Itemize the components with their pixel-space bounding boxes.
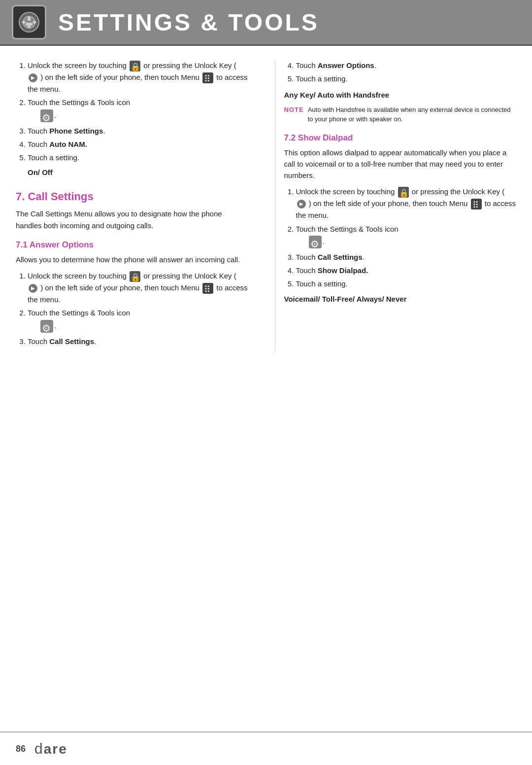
s71-step-3: Touch Call Settings. — [28, 336, 248, 347]
s72-step-4: Touch Show Dialpad. — [296, 265, 517, 276]
settings-icon — [40, 109, 53, 122]
right-column: Touch Answer Options. Touch a setting. A… — [275, 60, 517, 352]
section-72-steps: Unlock the screen by touching or pressin… — [284, 186, 517, 289]
intro-steps: Unlock the screen by touching or pressin… — [16, 60, 248, 163]
r-step-5: Touch a setting. — [296, 73, 517, 84]
note-text: Auto with Handsfree is available when an… — [308, 105, 516, 124]
right-intro-steps: Touch Answer Options. Touch a setting. — [284, 60, 517, 85]
step-5: Touch a setting. — [28, 152, 248, 163]
menu-icon-2 — [202, 283, 213, 294]
s72-step-2: Touch the Settings & Tools icon . — [296, 223, 517, 249]
r-step-4: Touch Answer Options. — [296, 60, 517, 71]
unlock-icon — [130, 61, 140, 71]
section-71-steps: Unlock the screen by touching or pressin… — [16, 270, 248, 347]
s72-step-5: Touch a setting. — [296, 278, 517, 289]
section-72-heading: 7.2 Show Dialpad — [284, 133, 517, 143]
section-7-desc: The Call Settings Menu allows you to des… — [16, 208, 248, 231]
step-3: Touch Phone Settings. — [28, 125, 248, 137]
settings-icon-2 — [40, 320, 53, 333]
step-4: Touch Auto NAM. — [28, 139, 248, 150]
brand-logo: Dare — [34, 740, 67, 757]
svg-rect-6 — [28, 24, 31, 28]
any-key-label: Any Key/ Auto with Handsfree — [284, 91, 517, 99]
settings-icon-3 — [309, 236, 322, 248]
note-block: NOTE Auto with Handsfree is available wh… — [284, 105, 517, 124]
header-icon — [12, 5, 46, 39]
page-title: SETTINGS & TOOLS — [58, 9, 319, 36]
menu-icon — [202, 72, 213, 83]
page-number: 86 — [16, 744, 26, 754]
menu-icon-3 — [471, 199, 482, 209]
on-off-label: On/ Off — [16, 168, 248, 176]
page-header: SETTINGS & TOOLS — [0, 0, 532, 46]
section-7-heading: 7. Call Settings — [16, 190, 248, 203]
s71-step-2: Touch the Settings & Tools icon . — [28, 307, 248, 333]
s72-step-3: Touch Call Settings. — [296, 251, 517, 263]
section-71-heading: 7.1 Answer Options — [16, 240, 248, 250]
key-icon: ▶ — [29, 73, 37, 82]
main-content: Unlock the screen by touching or pressin… — [0, 46, 532, 391]
svg-rect-2 — [28, 17, 31, 21]
left-column: Unlock the screen by touching or pressin… — [16, 60, 257, 352]
unlock-icon-3 — [398, 187, 409, 198]
page-footer: 86 Dare — [0, 731, 532, 765]
key-icon-3: ▶ — [297, 200, 306, 209]
key-icon-2: ▶ — [29, 284, 37, 293]
unlock-icon-2 — [130, 271, 140, 282]
s72-step-1: Unlock the screen by touching or pressin… — [296, 186, 517, 221]
section-72-desc: This option allows dialpad to appear aut… — [284, 147, 517, 181]
s71-step-1: Unlock the screen by touching or pressin… — [28, 270, 248, 305]
section-71-desc: Allows you to determine how the phone wi… — [16, 254, 248, 265]
voicemail-label: Voicemail/ Toll-Free/ Always/ Never — [284, 295, 517, 303]
step-2: Touch the Settings & Tools icon . — [28, 97, 248, 123]
step-1: Unlock the screen by touching or pressin… — [28, 60, 248, 95]
note-label: NOTE — [284, 105, 304, 115]
